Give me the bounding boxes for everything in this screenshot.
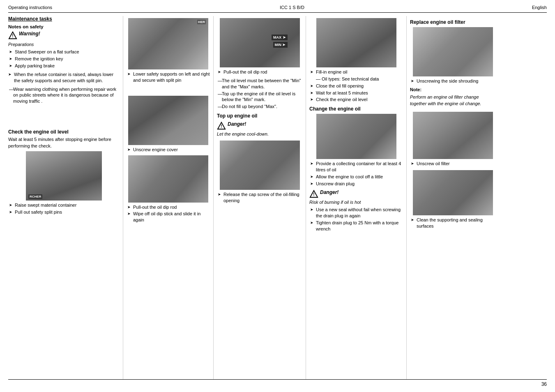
photo-engine-cover [128, 96, 208, 145]
danger-block-burn: ! Danger! [309, 189, 403, 198]
change-oil-title: Change the engine oil [309, 106, 403, 112]
photo-fill-oil [316, 18, 396, 67]
svg-text:!: ! [221, 125, 222, 129]
provide-list: Provide a collecting container for at le… [309, 161, 403, 187]
photo-drain-oil [316, 114, 396, 159]
danger-bullets: Use a new seal without fail when screwin… [309, 207, 403, 232]
list-item: Remove the ignition key [9, 56, 120, 62]
warning-list-1: When the refuse container is raised, alw… [8, 71, 120, 84]
photo-machine-top: HER [128, 18, 208, 69]
unscrew-filter-list: Unscrew oil filter [410, 161, 496, 167]
danger-risk: Risk of burning if oil is hot [309, 199, 403, 205]
col-3: MAX ➤ MIN ➤ Pull-out the oil dip rod The… [214, 16, 306, 379]
list-item: Unscrewing the side shrouding [411, 78, 496, 84]
header-left: Operating instructions [8, 5, 52, 10]
col-1: Maintenance tasks Notes on safety ! Warn… [8, 16, 123, 379]
list-item: Tighten drain plug to 25 Nm with a torqu… [310, 220, 403, 232]
subsection-notes-safety: Notes on safety [8, 24, 120, 29]
list-item: Pull-out the oil dip rod [127, 204, 210, 210]
pull-dip-list: Pull-out the oil dip rod Wipe off oil di… [127, 204, 210, 224]
oil-level-list: The oil level must be between the "Min" … [217, 78, 302, 110]
photo-oil-filling [220, 141, 300, 190]
photo-oil-gauge: MAX ➤ MIN ➤ [220, 18, 300, 67]
top-up-title: Top up engine oil [217, 113, 302, 119]
col-2: HER Lower safety supports on left and ri… [123, 16, 214, 379]
page-number: 36 [541, 381, 547, 387]
list-item: Unscrew engine cover [127, 147, 210, 153]
unscrew-cover-list: Unscrew engine cover [127, 147, 210, 153]
list-item: Apply parking brake [9, 63, 120, 69]
list-item: Provide a collecting container for at le… [310, 161, 403, 173]
list-item: The oil level must be between the "Min" … [218, 78, 302, 90]
list-item: Allow the engine to cool off a little [310, 174, 403, 180]
col-5: Replace engine oil filter Unscrewing the… [407, 16, 499, 379]
list-item: Pull out safety split pins [9, 209, 120, 215]
list-item: Raise swept material container [9, 202, 120, 208]
list-item: Fill-in engine oil [310, 69, 403, 75]
replace-filter-title: Replace engine oil filter [410, 19, 496, 25]
section-title-maintenance: Maintenance tasks [8, 16, 120, 22]
photo-oil-filter [413, 112, 493, 159]
list-item: Clean the supporting and sealing surface… [411, 217, 496, 229]
danger-icon-2: ! [309, 189, 318, 198]
page-header: Operating instructions ICC 1 S B/D Engli… [8, 3, 547, 13]
col-4: Fill-in engine oil — Oil types: See tech… [306, 16, 407, 379]
check-para: Wait at least 5 minutes after stopping e… [8, 136, 120, 149]
list-item: Stand Sweeper on a flat surface [9, 49, 120, 55]
photo-dip-rod [128, 155, 208, 203]
raise-list: Raise swept material container Pull out … [8, 202, 120, 215]
svg-text:!: ! [12, 34, 13, 39]
photo-swept-container: RCHER [26, 151, 102, 201]
page-footer: 36 [8, 379, 547, 389]
list-item: Pull-out the oil dip rod [218, 69, 302, 75]
list-item: Wait for at least 5 minutes [310, 90, 403, 96]
list-item: — Oil types: See technical data [310, 76, 403, 82]
note-label: Note: [410, 87, 496, 93]
list-item: Release the cap screw of the oil-filling… [218, 191, 302, 204]
danger-label-2: Danger! [320, 189, 339, 195]
danger-label: Danger! [228, 121, 246, 127]
list-item: Close the oil fill opening [310, 83, 403, 89]
list-item: Use a new seal without fail when screwin… [310, 207, 403, 219]
warning-dash-list: Wear warning clothing when performing re… [8, 86, 120, 105]
fill-oil-list: Fill-in engine oil — Oil types: See tech… [309, 69, 403, 103]
header-right: English [532, 5, 547, 10]
preparations-label: Preparations [8, 42, 120, 48]
unscrew-shrouding-list: Unscrewing the side shrouding [410, 78, 496, 84]
list-item: Wear warning clothing when performing re… [9, 86, 120, 105]
danger-text: Let the engine cool-down. [217, 131, 302, 137]
list-item: Unscrew drain plug [310, 181, 403, 187]
warning-icon: ! [8, 31, 17, 40]
svg-text:!: ! [313, 192, 314, 197]
release-cap-list: Release the cap screw of the oil-filling… [217, 191, 302, 204]
main-content: Maintenance tasks Notes on safety ! Warn… [8, 16, 547, 379]
danger-icon: ! [217, 121, 226, 130]
list-item: Top up the engine oil if the oil level i… [218, 91, 302, 103]
photo-sealing [413, 170, 493, 215]
preparations-list: Stand Sweeper on a flat surface Remove t… [8, 49, 120, 69]
list-item: Do not fill up beyond "Max". [218, 104, 302, 110]
header-center: ICC 1 S B/D [280, 5, 304, 10]
lower-caption-list: Lower safety supports on left and right … [127, 71, 210, 83]
clean-list: Clean the supporting and sealing surface… [410, 217, 496, 229]
list-item: When the refuse container is raised, alw… [8, 71, 120, 84]
list-item: Check the engine oil level [310, 97, 403, 103]
list-item: Unscrew oil filter [411, 161, 496, 167]
warning-block: ! Warning! [8, 31, 120, 40]
warning-label: Warning! [19, 31, 40, 37]
pull-rod-list: Pull-out the oil dip rod [217, 69, 302, 75]
check-engine-title: Check the engine oil level [8, 129, 120, 135]
list-item: Lower safety supports on left and right … [127, 71, 210, 83]
note-text: Perform an engine oil filter change toge… [410, 94, 496, 107]
danger-block-cooldown: ! Danger! [217, 121, 302, 130]
photo-side-shrouding [413, 27, 493, 76]
list-item: Wipe off oil dip stick and slide it in a… [127, 211, 210, 223]
